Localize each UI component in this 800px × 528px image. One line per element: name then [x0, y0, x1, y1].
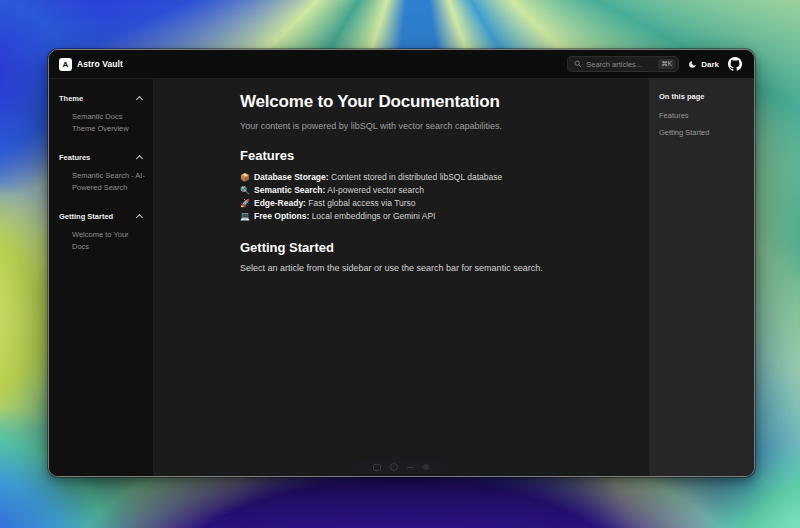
page-intro: Your content is powered by libSQL with v…: [240, 121, 609, 131]
magnifier-emoji-icon: 🔍: [240, 184, 250, 197]
brand-name: Astro Vault: [77, 59, 123, 69]
dock-hint[interactable]: [354, 461, 448, 473]
chevron-up-icon: [136, 96, 143, 103]
window-body: Theme Semantic Docs Theme Overview Featu…: [49, 79, 754, 476]
toc-link-getting-started[interactable]: Getting Started: [659, 128, 744, 137]
moon-icon: [688, 60, 697, 69]
features-list: 📦 Database Storage: Content stored in di…: [240, 171, 609, 223]
main-content: Welcome to Your Documentation Your conte…: [154, 79, 649, 476]
sidebar-nav: Theme Semantic Docs Theme Overview Featu…: [49, 79, 154, 476]
getting-started-text: Select an article from the sidebar or us…: [240, 263, 609, 273]
feature-text: Content stored in distributed libSQL dat…: [331, 172, 502, 182]
search-input[interactable]: [586, 60, 654, 69]
toc-link-features[interactable]: Features: [659, 111, 744, 120]
header-actions: ⌘K Dark: [567, 56, 742, 72]
package-emoji-icon: 📦: [240, 171, 250, 184]
feature-label: Edge-Ready:: [254, 198, 306, 208]
sidebar-section: Getting Started Welcome to Your Docs: [59, 212, 145, 254]
app-window: A Astro Vault ⌘K Dark: [48, 49, 755, 477]
search-box[interactable]: ⌘K: [567, 56, 679, 72]
feature-text: Fast global access via Turso: [308, 198, 415, 208]
feature-text: Local embeddings or Gemini API: [312, 211, 436, 221]
dock-app-icon: [390, 463, 398, 471]
chevron-up-icon: [136, 213, 143, 220]
feature-label: Database Storage:: [254, 172, 329, 182]
app-header: A Astro Vault ⌘K Dark: [49, 50, 754, 79]
feature-item-database-storage: 📦 Database Storage: Content stored in di…: [240, 171, 609, 184]
on-this-page-panel: On this page Features Getting Started: [649, 79, 754, 476]
sidebar-section: Theme Semantic Docs Theme Overview: [59, 94, 145, 136]
chevron-up-icon: [136, 155, 143, 162]
rocket-emoji-icon: 🚀: [240, 197, 250, 210]
theme-toggle-label: Dark: [701, 60, 719, 69]
brand-home-link[interactable]: A Astro Vault: [59, 58, 123, 71]
search-shortcut-badge: ⌘K: [658, 59, 675, 70]
app-logo-icon: A: [59, 58, 72, 71]
laptop-emoji-icon: 💻: [240, 210, 250, 223]
sidebar-section-features[interactable]: Features: [59, 153, 145, 162]
sidebar-item-welcome-to-your-docs[interactable]: Welcome to Your Docs: [59, 229, 145, 254]
feature-label: Free Options:: [254, 211, 309, 221]
sidebar-section-label: Getting Started: [59, 212, 113, 221]
feature-item-edge-ready: 🚀 Edge-Ready: Fast global access via Tur…: [240, 197, 609, 210]
theme-toggle-button[interactable]: Dark: [688, 60, 719, 69]
page-title: Welcome to Your Documentation: [240, 92, 609, 112]
desktop-wallpaper: A Astro Vault ⌘K Dark: [0, 0, 800, 528]
sidebar-section-label: Features: [59, 153, 90, 162]
search-icon: [574, 60, 582, 68]
sidebar-item-semantic-search[interactable]: Semantic Search - AI-Powered Search: [59, 170, 145, 195]
features-heading: Features: [240, 148, 609, 163]
sidebar-section-theme[interactable]: Theme: [59, 94, 145, 103]
sidebar-item-semantic-docs-theme-overview[interactable]: Semantic Docs Theme Overview: [59, 111, 145, 136]
dock-app-icon: [423, 464, 429, 470]
sidebar-section-getting-started[interactable]: Getting Started: [59, 212, 145, 221]
github-icon[interactable]: [728, 57, 742, 71]
feature-item-semantic-search: 🔍 Semantic Search: AI-powered vector sea…: [240, 184, 609, 197]
feature-text: AI-powered vector search: [327, 185, 424, 195]
sidebar-section: Features Semantic Search - AI-Powered Se…: [59, 153, 145, 195]
dock-app-icon: [373, 464, 381, 471]
feature-label: Semantic Search:: [254, 185, 325, 195]
feature-item-free-options: 💻 Free Options: Local embeddings or Gemi…: [240, 210, 609, 223]
dock-app-icon: [407, 467, 414, 468]
sidebar-section-label: Theme: [59, 94, 83, 103]
getting-started-heading: Getting Started: [240, 240, 609, 255]
on-this-page-title: On this page: [659, 92, 744, 101]
